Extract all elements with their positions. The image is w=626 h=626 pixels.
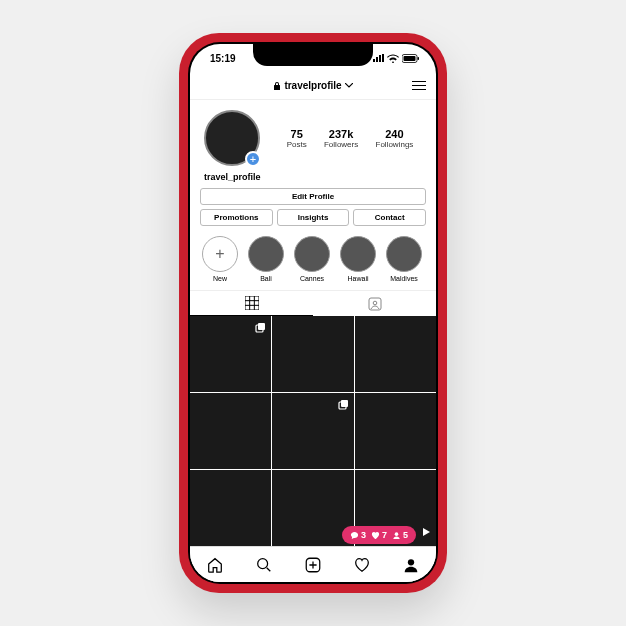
highlight-cover — [386, 236, 422, 272]
insights-button[interactable]: Insights — [277, 209, 350, 226]
post-cell[interactable] — [272, 316, 353, 392]
edit-profile-button[interactable]: Edit Profile — [200, 188, 426, 205]
menu-button[interactable] — [412, 78, 426, 93]
highlight-hawaii[interactable]: Hawaii — [340, 236, 376, 282]
post-cell[interactable] — [355, 393, 436, 469]
stat-followings[interactable]: 240 Followings — [376, 128, 414, 149]
highlight-label: Cannes — [300, 275, 324, 282]
username: travel_profile — [190, 172, 436, 188]
notch — [253, 44, 373, 66]
add-post-icon — [304, 556, 322, 574]
highlight-bali[interactable]: Bali — [248, 236, 284, 282]
highlight-label: Maldives — [390, 275, 418, 282]
svg-rect-3 — [369, 298, 381, 310]
stat-posts[interactable]: 75 Posts — [287, 128, 307, 149]
svg-point-9 — [395, 532, 399, 536]
svg-point-4 — [373, 301, 377, 305]
header-title[interactable]: travelprofile — [273, 80, 352, 91]
highlight-cannes[interactable]: Cannes — [294, 236, 330, 282]
notif-followers: 5 — [392, 530, 408, 540]
avatar[interactable]: + — [204, 110, 260, 166]
nav-profile[interactable] — [402, 556, 420, 574]
add-highlight-icon: + — [202, 236, 238, 272]
signal-icon — [373, 54, 384, 62]
profile-header: travelprofile — [190, 72, 436, 100]
highlight-cover — [294, 236, 330, 272]
post-cell[interactable] — [190, 470, 271, 546]
nav-search[interactable] — [255, 556, 273, 574]
svg-point-12 — [408, 559, 414, 565]
screen: 15:19 travelprofile + — [190, 44, 436, 582]
multi-post-icon — [338, 397, 350, 415]
posts-grid — [190, 316, 436, 546]
svg-rect-5 — [258, 323, 265, 330]
add-story-badge[interactable]: + — [245, 151, 261, 167]
profile-icon — [402, 556, 420, 574]
highlights-row[interactable]: +NewBaliCannesHawaiiMaldives — [190, 232, 436, 290]
post-cell[interactable] — [355, 316, 436, 392]
multi-post-icon — [255, 320, 267, 338]
chevron-down-icon — [345, 83, 353, 88]
highlight-cover — [248, 236, 284, 272]
highlight-label: Bali — [260, 275, 272, 282]
tab-grid[interactable] — [190, 291, 313, 316]
svg-point-10 — [257, 558, 267, 568]
post-cell[interactable] — [272, 393, 353, 469]
promotions-button[interactable]: Promotions — [200, 209, 273, 226]
person-icon — [392, 531, 401, 540]
tagged-icon — [368, 297, 382, 311]
grid-icon — [245, 296, 259, 310]
search-icon — [255, 556, 273, 574]
stat-followers[interactable]: 237k Followers — [324, 128, 358, 149]
comment-icon — [350, 531, 359, 540]
notif-likes: 7 — [371, 530, 387, 540]
bottom-nav — [190, 546, 436, 582]
video-icon — [420, 524, 432, 542]
highlight-maldives[interactable]: Maldives — [386, 236, 422, 282]
contact-button[interactable]: Contact — [353, 209, 426, 226]
status-time: 15:19 — [210, 53, 236, 64]
highlight-label: New — [213, 275, 227, 282]
heart-icon — [371, 531, 380, 540]
svg-rect-2 — [418, 57, 420, 60]
battery-icon — [402, 54, 420, 63]
notif-comments: 3 — [350, 530, 366, 540]
highlight-new[interactable]: +New — [202, 236, 238, 282]
highlight-cover — [340, 236, 376, 272]
post-cell[interactable] — [190, 393, 271, 469]
heart-outline-icon — [353, 556, 371, 574]
lock-icon — [273, 81, 281, 91]
svg-rect-7 — [341, 400, 348, 407]
nav-activity[interactable] — [353, 556, 371, 574]
home-icon — [206, 556, 224, 574]
svg-rect-1 — [404, 56, 416, 61]
wifi-icon — [387, 54, 399, 63]
nav-add[interactable] — [304, 556, 322, 574]
post-cell[interactable] — [190, 316, 271, 392]
nav-home[interactable] — [206, 556, 224, 574]
notification-bubble[interactable]: 3 7 5 — [342, 526, 416, 544]
phone-frame: 15:19 travelprofile + — [179, 33, 447, 593]
tab-tagged[interactable] — [313, 291, 436, 316]
highlight-label: Hawaii — [347, 275, 368, 282]
